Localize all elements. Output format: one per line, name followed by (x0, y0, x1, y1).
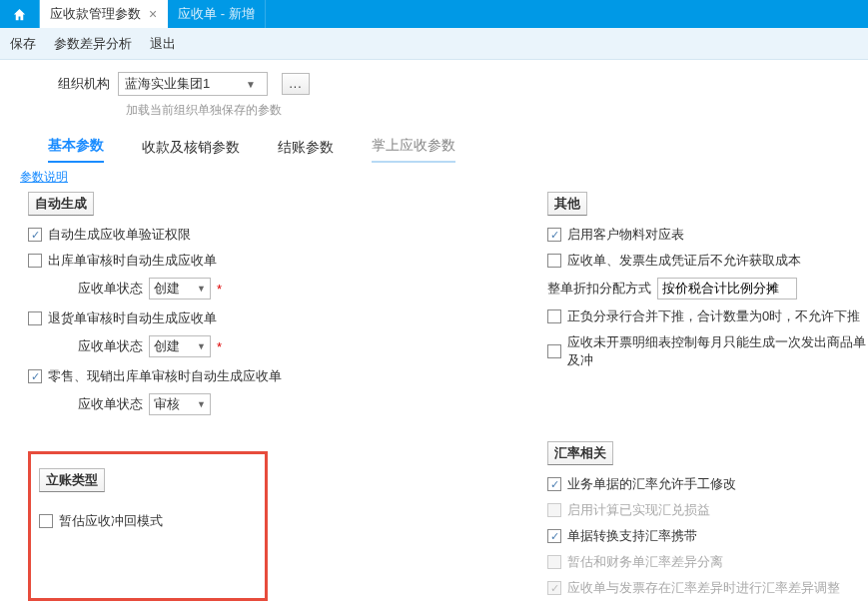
chk-label: 单据转换支持汇率携带 (567, 527, 697, 545)
chk-label: 暂估应收冲回模式 (59, 512, 163, 530)
state-value: 审核 (154, 395, 180, 413)
state-select-2[interactable]: 创建 ▼ (149, 335, 211, 357)
org-row: 组织机构 蓝海实业集团1 ▼ ... (0, 60, 868, 98)
chk-customer-material[interactable] (547, 228, 561, 242)
chk-label: 正负分录行合并下推，合计数量为0时，不允许下推 (567, 307, 860, 325)
org-label: 组织机构 (0, 75, 118, 93)
section-auto-gen-title: 自动生成 (28, 192, 94, 216)
sub-tabs: 基本参数 收款及核销参数 结账参数 掌上应收参数 (48, 137, 868, 163)
org-browse-button[interactable]: ... (282, 73, 310, 95)
chk-estimate-fin-sep (547, 555, 561, 569)
chk-auto-gen-auth[interactable] (28, 228, 42, 242)
required-mark: * (217, 282, 222, 297)
chk-return-audit-gen[interactable] (28, 311, 42, 325)
exit-button[interactable]: 退出 (150, 35, 176, 53)
chk-label: 暂估和财务单汇率差异分离 (567, 553, 723, 571)
org-select[interactable]: 蓝海实业集团1 ▼ (118, 72, 268, 96)
section-accounting-type-title: 立账类型 (39, 468, 105, 492)
state-value: 创建 (154, 337, 180, 355)
tab-basic-params[interactable]: 基本参数 (48, 137, 104, 163)
chk-label: 自动生成应收单验证权限 (48, 226, 191, 244)
chk-outbound-audit-gen[interactable] (28, 254, 42, 268)
chevron-down-icon: ▼ (241, 79, 261, 90)
chk-retail-audit-gen[interactable] (28, 369, 42, 383)
param-diff-button[interactable]: 参数差异分析 (54, 35, 132, 53)
chk-label: 应收未开票明细表控制每月只能生成一次发出商品单及冲 (567, 333, 868, 369)
org-value: 蓝海实业集团1 (125, 75, 210, 93)
chevron-down-icon: ▼ (197, 399, 206, 409)
home-icon (12, 7, 27, 22)
chk-rate-diff-adjust (547, 581, 561, 595)
section-other-title: 其他 (547, 192, 587, 216)
home-tab[interactable] (0, 0, 40, 28)
close-icon[interactable]: × (149, 6, 157, 22)
chk-label: 退货单审核时自动生成应收单 (48, 309, 217, 327)
save-button[interactable]: 保存 (10, 35, 36, 53)
state-value: 创建 (154, 280, 180, 298)
chk-label: 出库单审核时自动生成应收单 (48, 252, 217, 270)
chk-label: 零售、现销出库单审核时自动生成应收单 (48, 367, 282, 385)
chevron-down-icon: ▼ (197, 284, 206, 294)
chk-label: 启用客户物料对应表 (567, 226, 684, 244)
chk-estimate-reverse-mode[interactable] (39, 514, 53, 528)
chk-merge-push[interactable] (547, 309, 561, 323)
tab-label: 应收单 - 新增 (178, 5, 255, 23)
tab-ar-bill-new[interactable]: 应收单 - 新增 (168, 0, 266, 28)
toolbar: 保存 参数差异分析 退出 (0, 28, 868, 60)
state-label: 应收单状态 (78, 280, 143, 298)
tab-closing-params[interactable]: 结账参数 (278, 139, 334, 163)
chk-realized-exch (547, 503, 561, 517)
chevron-down-icon: ▼ (197, 341, 206, 351)
param-desc-link[interactable]: 参数说明 (20, 169, 68, 186)
state-label: 应收单状态 (78, 395, 143, 413)
org-hint: 加载当前组织单独保存的参数 (126, 102, 868, 119)
chk-rate-carry[interactable] (547, 529, 561, 543)
chk-uninvoiced-control[interactable] (547, 344, 561, 358)
tab-receipt-params[interactable]: 收款及核销参数 (142, 139, 240, 163)
tab-mobile-params[interactable]: 掌上应收参数 (372, 137, 455, 163)
state-label: 应收单状态 (78, 337, 143, 355)
discount-label: 整单折扣分配方式 (547, 280, 651, 298)
highlight-accounting-type: 立账类型 暂估应收冲回模式 (28, 451, 268, 601)
chk-label: 业务单据的汇率允许手工修改 (567, 475, 736, 493)
section-exchange-rate-title: 汇率相关 (547, 441, 613, 465)
tab-ar-params[interactable]: 应收款管理参数 × (40, 0, 168, 28)
chk-rate-manual[interactable] (547, 477, 561, 491)
chk-label: 启用计算已实现汇兑损益 (567, 501, 710, 519)
state-select-1[interactable]: 创建 ▼ (149, 278, 211, 300)
state-select-3[interactable]: 审核 ▼ (149, 393, 211, 415)
top-tabbar: 应收款管理参数 × 应收单 - 新增 (0, 0, 868, 28)
discount-mode-input[interactable] (657, 278, 797, 300)
chk-label: 应收单、发票生成凭证后不允许获取成本 (567, 252, 801, 270)
required-mark: * (217, 339, 222, 354)
chk-label: 应收单与发票存在汇率差异时进行汇率差异调整 (567, 579, 840, 597)
tab-label: 应收款管理参数 (50, 5, 141, 23)
chk-voucher-no-cost[interactable] (547, 254, 561, 268)
